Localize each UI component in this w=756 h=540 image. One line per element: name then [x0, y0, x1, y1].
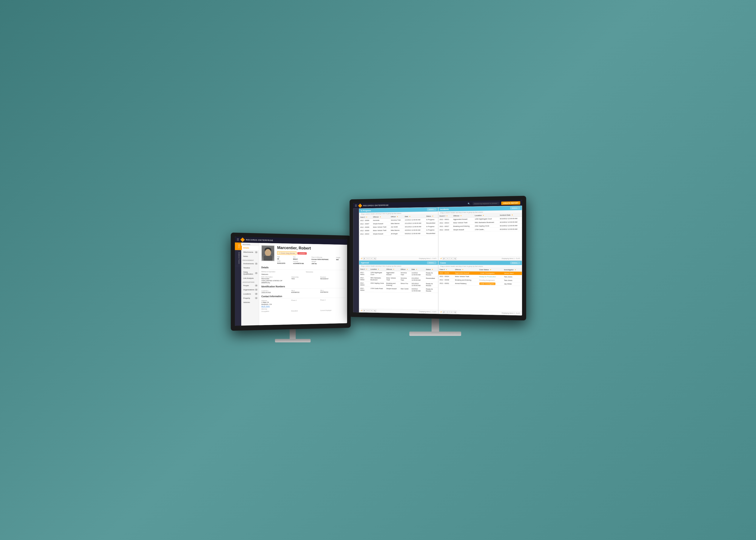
pager-last[interactable]: >| [453, 311, 456, 313]
pager-next[interactable]: > [450, 311, 453, 313]
col-location[interactable]: Location ▼ [474, 213, 499, 217]
col-status[interactable]: Status ▼ [425, 268, 438, 271]
left-base [275, 339, 311, 342]
nav-item-locations[interactable]: Locations 2 [241, 292, 259, 296]
table-row[interactable]: 2012 - 00018 Simple Assault 1709 Castle.… [439, 227, 522, 231]
person-info: Marcentier, Robert ⚠ Known Gang Member C… [277, 246, 345, 265]
col-location[interactable]: Location ▼ [369, 268, 385, 271]
incidents-footer: ↺ |< < > >| Displaying Items 1 - 5 of 5 [439, 256, 522, 260]
panel-cases: Cases Actions... Drag a column header an… [438, 260, 522, 316]
hamburger-icon[interactable]: ☰ [237, 238, 239, 241]
col-case[interactable]: Case # ▼ [439, 268, 454, 271]
pager-prev[interactable]: < [446, 257, 449, 260]
nav-item-details[interactable]: Details [241, 246, 259, 250]
cell-case: 2012 - 00008 [359, 225, 372, 229]
table-row[interactable]: 2012 - 00031 Armed Robbery Under Investi… [439, 282, 522, 286]
col-offense[interactable]: Offense ▼ [372, 215, 390, 218]
panel-cases-actions[interactable]: Actions... [510, 262, 520, 264]
col-officer[interactable]: Officer ▼ [390, 215, 404, 218]
table-row[interactable]: 2012 - 00003 2332 Sapling Circle Breakin… [359, 281, 438, 288]
col-event[interactable]: Event # ▼ [439, 214, 452, 218]
refresh-icon[interactable]: ↺ [440, 257, 442, 259]
panel-incidents-actions[interactable]: Actions... [510, 207, 520, 209]
address-field: Address 1 Main St Anaheim, CA MLIF 2041 [261, 300, 288, 307]
col-case[interactable]: Case # ▼ [359, 268, 370, 271]
person-tags: ⚠ Known Gang Member Combative [277, 251, 345, 256]
left-monitor-stand [275, 329, 311, 342]
cell-case: 2012 - 00036 [439, 278, 454, 282]
cell-status: Under Investigation [478, 271, 503, 275]
create-report-button[interactable]: CREATE REPORT [501, 201, 520, 205]
cell-officer: Veronica Train [400, 276, 411, 282]
filter-icon: ▼ [462, 269, 463, 270]
pager-first[interactable]: |< [363, 257, 366, 260]
col-officer[interactable]: Officer ▼ [400, 268, 411, 271]
cell-date: 8/13/2012 12:00:00 AM [499, 220, 522, 224]
pager-last[interactable]: >| [453, 257, 456, 260]
filter-icon: ▼ [482, 215, 484, 216]
approval-display-info: Displaying Items 1 - 5 of 5 [419, 311, 436, 313]
filter-icon: ▼ [512, 214, 513, 216]
sidebar-tab-menu[interactable]: Menu [235, 242, 241, 250]
col-offense[interactable]: Offense ▼ [452, 214, 474, 217]
pager-last[interactable]: >| [373, 310, 376, 312]
nav-item-vehicles[interactable]: Vehicles [241, 300, 259, 305]
search-input[interactable] [473, 202, 500, 205]
panel-cases-header: Cases Actions... [439, 261, 522, 265]
pager-first[interactable]: |< [442, 311, 446, 313]
filter-icon: ▼ [380, 216, 381, 218]
pager-prev[interactable]: < [367, 309, 369, 312]
nav-item-notes[interactable]: Notes [241, 254, 259, 259]
sidebar-tab-evidence[interactable]: Evidence Tracker [235, 250, 241, 266]
table-row[interactable]: 2012 - 00001 1256 Nightingale Court Aggr… [359, 271, 438, 277]
refresh-icon[interactable]: ↺ [361, 257, 362, 260]
pager-first[interactable]: |< [442, 257, 446, 260]
pager-next[interactable]: > [370, 257, 373, 260]
right-hamburger-icon[interactable]: ☰ [355, 204, 357, 207]
cell-status: Under Investigation [478, 282, 503, 286]
pager-last[interactable]: >| [373, 257, 376, 260]
nav-item-property[interactable]: Property 1 [241, 296, 259, 300]
tag-known-gang-label: Known Gang Member [281, 252, 295, 254]
table-row[interactable]: 2012 - 00004 1709 Castle Road Simple Ass… [359, 287, 438, 293]
nav-item-people[interactable]: People 3 [241, 283, 259, 288]
cell-offense: Breaking and Entering [452, 224, 474, 228]
table-row[interactable]: 2012 - 00010 Simple Assault Jill Wright … [359, 231, 438, 236]
nav-item-organizations[interactable]: Organizations 1 [241, 288, 259, 292]
cell-event: 2012 - 00014 [439, 221, 452, 225]
pager-next[interactable]: > [450, 257, 453, 260]
col-status[interactable]: Status ▼ [425, 214, 438, 218]
nav-item-timeline[interactable]: Timeline [241, 266, 259, 270]
mlif-link[interactable]: MLIF 2041 [261, 305, 288, 307]
col-case-status[interactable]: Case Status ▼ [478, 268, 503, 272]
panel-approval-actions[interactable]: Actions... [427, 262, 436, 264]
col-investigator[interactable]: Investigator ▼ [503, 268, 522, 272]
refresh-icon[interactable]: ↺ [440, 311, 442, 313]
col-incident-date[interactable]: Incident Date ▼ [499, 213, 522, 217]
panel-in-progress-actions[interactable]: Actions... [427, 208, 436, 211]
cell-event: 2012 - 00011 [439, 217, 452, 221]
person-name: Marcentier, Robert [277, 246, 345, 251]
nav-item-attachments[interactable]: Attachments 1 [241, 250, 259, 254]
nav-item-link-analysis[interactable]: Link Analysis [241, 276, 259, 280]
col-offense[interactable]: Offense ▼ [385, 268, 400, 271]
pager-prev[interactable]: < [367, 257, 369, 260]
cell-offense: Aggravated Assault [452, 217, 474, 221]
section-contact-title: Contact Information [261, 295, 345, 299]
col-date[interactable]: Date ▼ [410, 268, 425, 271]
col-offense[interactable]: Offense ▼ [454, 268, 478, 271]
nav-item-gang[interactable]: Gang Qualification 7 [241, 270, 259, 276]
table-row[interactable]: 2012 - 00002 5601 Barbados Boulevard Mot… [359, 276, 438, 282]
pager-next[interactable]: > [370, 310, 373, 312]
pager-prev[interactable]: < [446, 311, 449, 313]
col-case[interactable]: Case # ▼ [359, 215, 372, 219]
person-details-grid: Age Sex Race & Ethnicity Height 49 MALE … [277, 256, 345, 265]
pager-first[interactable]: |< [363, 309, 366, 312]
right-logo-icon [358, 204, 362, 208]
nav-item-involvements[interactable]: Involvements 7 [241, 261, 259, 266]
cell-officer: Simon Fox [400, 282, 411, 287]
col-date[interactable]: Date ▼ [404, 215, 425, 218]
cell-offense: Armed Robbery [454, 282, 478, 285]
refresh-icon[interactable]: ↺ [361, 309, 362, 312]
method-field: Method of Operation [261, 271, 303, 273]
